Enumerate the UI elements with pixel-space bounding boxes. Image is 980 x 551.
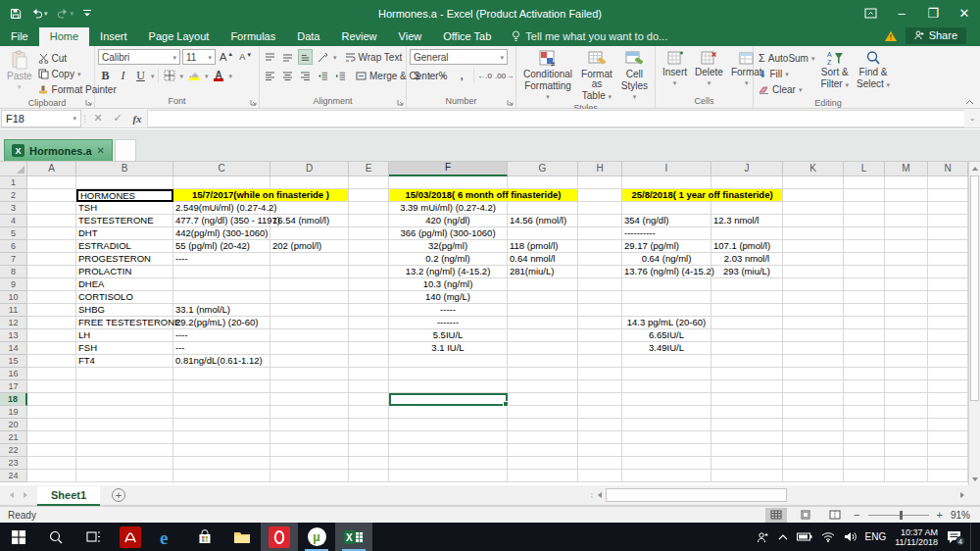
bottom-align-icon[interactable] bbox=[298, 49, 313, 65]
cell-J19[interactable] bbox=[711, 406, 783, 419]
cell-N6[interactable] bbox=[928, 240, 968, 253]
save-icon[interactable] bbox=[10, 8, 22, 20]
cell-F10[interactable]: 140 (mg/L) bbox=[389, 291, 508, 304]
cell-C24[interactable] bbox=[173, 470, 270, 482]
alignment-dialog-launcher[interactable] bbox=[397, 99, 404, 106]
wifi-icon[interactable] bbox=[821, 531, 835, 542]
cell-A19[interactable] bbox=[27, 406, 76, 419]
cell-K14[interactable] bbox=[783, 342, 844, 355]
tell-me-box[interactable]: Tell me what you want to do... bbox=[502, 27, 677, 46]
battery-icon[interactable] bbox=[797, 532, 812, 541]
cell-C12[interactable]: 29.2(pg/mL) (20-60) bbox=[173, 317, 270, 329]
cell-G5[interactable] bbox=[508, 227, 578, 240]
excel-taskbar-icon[interactable]: X bbox=[335, 523, 372, 551]
cell-M10[interactable] bbox=[885, 291, 928, 304]
cell-L15[interactable] bbox=[844, 355, 885, 368]
tab-file[interactable]: File bbox=[0, 27, 39, 46]
cell-N5[interactable] bbox=[928, 227, 968, 240]
cell-C22[interactable] bbox=[173, 444, 270, 457]
cell-L16[interactable] bbox=[844, 368, 885, 380]
cell-C2[interactable]: 15/7/2017(while on finasteride ) bbox=[173, 189, 349, 202]
cell-M12[interactable] bbox=[885, 317, 928, 329]
cell-N7[interactable] bbox=[928, 253, 968, 266]
cell-H19[interactable] bbox=[578, 406, 622, 419]
cell-G17[interactable] bbox=[508, 380, 578, 393]
cell-D3[interactable] bbox=[270, 202, 349, 215]
decrease-font-icon[interactable]: A▼ bbox=[237, 49, 254, 65]
cell-H24[interactable] bbox=[578, 470, 622, 482]
cell-E11[interactable] bbox=[349, 304, 389, 317]
row-header-20[interactable]: 20 bbox=[0, 419, 27, 431]
cell-E13[interactable] bbox=[349, 329, 389, 342]
cell-I2[interactable]: 25/8/2018( 1 year off finasteride) bbox=[622, 189, 783, 202]
cell-L6[interactable] bbox=[844, 240, 885, 253]
cell-F12[interactable]: ------- bbox=[389, 317, 508, 329]
cell-H12[interactable] bbox=[578, 317, 622, 329]
language-indicator[interactable]: ENG bbox=[865, 531, 887, 542]
row-header-4[interactable]: 4 bbox=[0, 215, 27, 227]
cell-A6[interactable] bbox=[27, 240, 76, 253]
cell-B13[interactable]: LH bbox=[76, 329, 173, 342]
cell-N22[interactable] bbox=[928, 444, 968, 457]
cell-D23[interactable] bbox=[270, 457, 349, 470]
cell-N21[interactable] bbox=[928, 431, 968, 444]
cell-I3[interactable] bbox=[622, 202, 711, 215]
cell-B22[interactable] bbox=[76, 444, 173, 457]
cell-C13[interactable]: ---- bbox=[173, 329, 270, 342]
cell-M20[interactable] bbox=[885, 419, 928, 431]
cell-G12[interactable] bbox=[508, 317, 578, 329]
cell-L12[interactable] bbox=[844, 317, 885, 329]
cell-J17[interactable] bbox=[711, 380, 783, 393]
cell-D24[interactable] bbox=[270, 470, 349, 482]
cell-L8[interactable] bbox=[844, 266, 885, 278]
cell-I7[interactable]: 0.64 (ng/ml) bbox=[622, 253, 711, 266]
tab-formulas[interactable]: Formulas bbox=[220, 27, 286, 46]
cell-J1[interactable] bbox=[711, 176, 783, 189]
cell-C5[interactable]: 442(pg/ml) (300-1060) bbox=[173, 227, 270, 240]
cell-N23[interactable] bbox=[928, 457, 968, 470]
cell-B23[interactable] bbox=[76, 457, 173, 470]
cell-D7[interactable] bbox=[270, 253, 349, 266]
cell-N15[interactable] bbox=[928, 355, 968, 368]
cell-C20[interactable] bbox=[173, 419, 270, 431]
cell-E18[interactable] bbox=[349, 393, 389, 406]
cell-M18[interactable] bbox=[885, 393, 928, 406]
cell-H22[interactable] bbox=[578, 444, 622, 457]
cell-H7[interactable] bbox=[578, 253, 622, 266]
cell-J21[interactable] bbox=[711, 431, 783, 444]
horizontal-scroll-thumb[interactable] bbox=[606, 488, 787, 502]
cell-I10[interactable] bbox=[622, 291, 711, 304]
cell-F6[interactable]: 32(pg/ml) bbox=[389, 240, 508, 253]
document-tab-hormones[interactable]: X Hormones.a ✕ bbox=[4, 139, 113, 161]
cell-A23[interactable] bbox=[27, 457, 76, 470]
action-center-button[interactable]: 4 bbox=[947, 530, 961, 543]
cell-B11[interactable]: SHBG bbox=[76, 304, 173, 317]
cell-G20[interactable] bbox=[508, 419, 578, 431]
cell-K1[interactable] bbox=[783, 176, 844, 189]
cell-F23[interactable] bbox=[389, 457, 508, 470]
maximize-button[interactable]: ❐ bbox=[917, 0, 949, 26]
cell-M24[interactable] bbox=[885, 470, 928, 482]
cell-N16[interactable] bbox=[928, 368, 968, 380]
redo-button[interactable]: ▾ bbox=[57, 8, 74, 19]
cell-A8[interactable] bbox=[27, 266, 76, 278]
cell-K16[interactable] bbox=[783, 368, 844, 380]
cell-N11[interactable] bbox=[928, 304, 968, 317]
cell-D16[interactable] bbox=[270, 368, 349, 380]
cell-I9[interactable] bbox=[622, 278, 711, 291]
cell-J24[interactable] bbox=[711, 470, 783, 482]
cell-F20[interactable] bbox=[389, 419, 508, 431]
cell-D5[interactable] bbox=[270, 227, 349, 240]
cell-J23[interactable] bbox=[711, 457, 783, 470]
cell-L7[interactable] bbox=[844, 253, 885, 266]
cell-C1[interactable] bbox=[173, 176, 270, 189]
scroll-down-icon[interactable] bbox=[969, 473, 980, 485]
cell-A24[interactable] bbox=[27, 470, 76, 482]
cell-H23[interactable] bbox=[578, 457, 622, 470]
cell-E15[interactable] bbox=[349, 355, 389, 368]
vertical-scroll-thumb[interactable] bbox=[970, 175, 979, 401]
cell-E1[interactable] bbox=[349, 176, 389, 189]
cell-C18[interactable] bbox=[173, 393, 270, 406]
underline-button[interactable]: U bbox=[133, 68, 148, 83]
delete-cells-button[interactable]: Delete▾ bbox=[691, 49, 727, 87]
